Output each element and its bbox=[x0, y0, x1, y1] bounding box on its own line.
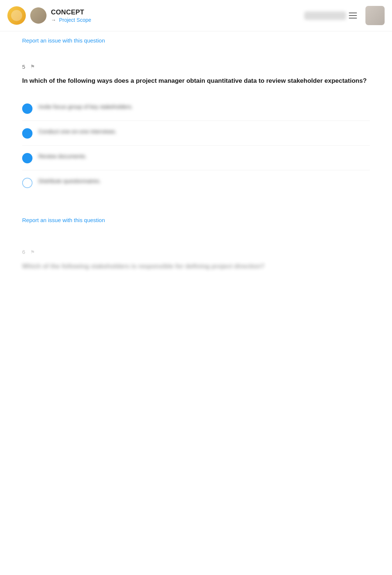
option-5-C[interactable]: Review documents. bbox=[22, 146, 370, 170]
bottom-section: Report an issue with this question 6 ⚑ W… bbox=[0, 211, 392, 279]
report-issue-link-1[interactable]: Report an issue with this question bbox=[22, 31, 105, 47]
logo bbox=[7, 6, 26, 25]
question-block-5: 5 ⚑ In which of the following ways does … bbox=[22, 55, 370, 202]
question-number-5: 5 bbox=[22, 64, 25, 70]
menu-line-3 bbox=[349, 18, 357, 18]
question-text-6: Which of the following stakeholders is r… bbox=[22, 262, 370, 271]
flag-icon-6[interactable]: ⚑ bbox=[29, 248, 36, 256]
question-number-row-5: 5 ⚑ bbox=[22, 63, 370, 70]
option-text-5-B: Conduct one-on-one interviews. bbox=[38, 127, 117, 136]
option-5-A[interactable]: Invite focus group of key stakeholders. bbox=[22, 96, 370, 121]
avatar bbox=[30, 7, 47, 24]
option-circle-5-A bbox=[22, 103, 32, 114]
option-text-5-C: Review documents. bbox=[38, 152, 87, 161]
header-title: CONCEPT bbox=[51, 8, 301, 16]
menu-line-1 bbox=[349, 13, 357, 13]
option-5-D[interactable]: Distribute questionnaires. bbox=[22, 170, 370, 195]
flag-icon-5[interactable]: ⚑ bbox=[29, 63, 36, 70]
header-text: CONCEPT → Project Scope bbox=[51, 8, 301, 23]
header: CONCEPT → Project Scope SELECTION • bbox=[0, 0, 392, 31]
report-issue-link-2[interactable]: Report an issue with this question bbox=[22, 211, 105, 226]
header-breadcrumb[interactable]: → Project Scope bbox=[51, 17, 301, 23]
option-text-5-D: Distribute questionnaires. bbox=[38, 177, 101, 186]
answer-options-5: Invite focus group of key stakeholders. … bbox=[22, 96, 370, 195]
option-5-B[interactable]: Conduct one-on-one interviews. bbox=[22, 121, 370, 146]
option-circle-5-C bbox=[22, 153, 32, 163]
content: Report an issue with this question 5 ⚑ I… bbox=[0, 31, 392, 202]
option-circle-5-B bbox=[22, 128, 32, 139]
option-circle-5-D bbox=[22, 178, 32, 188]
question-block-6: 6 ⚑ Which of the following stakeholders … bbox=[22, 241, 370, 279]
menu-button[interactable] bbox=[346, 9, 360, 22]
question-number-row-6: 6 ⚑ bbox=[22, 248, 370, 256]
menu-line-2 bbox=[349, 15, 357, 16]
breadcrumb-arrow: → bbox=[51, 17, 56, 23]
question-number-6: 6 bbox=[22, 249, 25, 255]
breadcrumb-link[interactable]: Project Scope bbox=[59, 17, 91, 23]
header-badge: SELECTION • bbox=[304, 11, 346, 20]
logo-inner bbox=[11, 10, 22, 21]
question-text-5: In which of the following ways does a pr… bbox=[22, 76, 370, 86]
avatar-image bbox=[30, 7, 47, 24]
user-avatar bbox=[365, 6, 385, 25]
option-text-5-A: Invite focus group of key stakeholders. bbox=[38, 103, 133, 111]
